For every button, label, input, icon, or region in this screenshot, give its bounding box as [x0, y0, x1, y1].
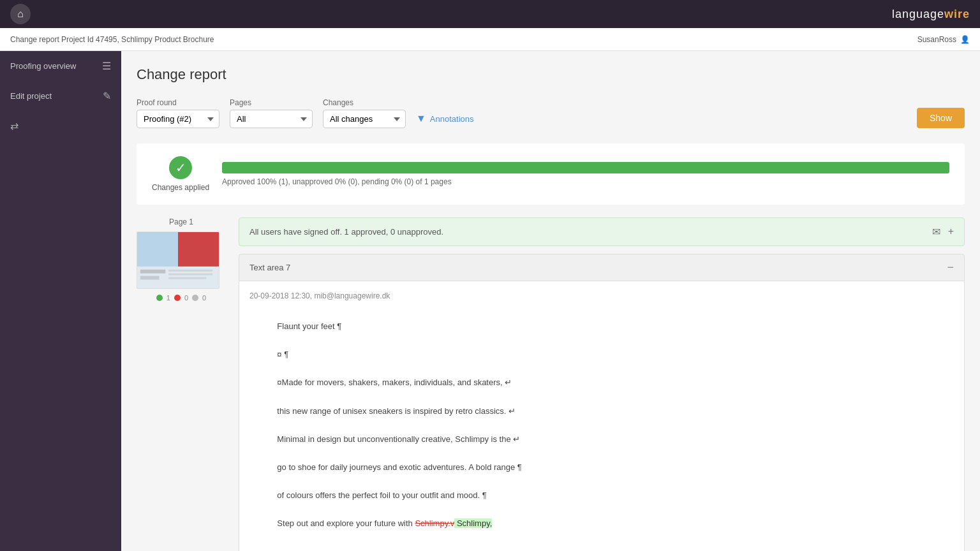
- line-4: this new range of unisex sneakers is ins…: [277, 406, 516, 416]
- line-7: of colours offers the perfect foil to yo…: [277, 490, 486, 500]
- svg-rect-6: [168, 274, 212, 276]
- signed-off-banner: All users have signed off. 1 approved, 0…: [239, 217, 965, 246]
- sidebar-item-edit-project[interactable]: Edit project ✎: [0, 81, 121, 111]
- changes-select[interactable]: All changes: [323, 110, 406, 128]
- breadcrumb-item-2: Project Id 47495, Schlimpy Product Broch…: [61, 35, 214, 44]
- main-content: Change report Proof round Proofing (#2) …: [121, 51, 980, 551]
- dot-unapproved-count: 0: [184, 294, 188, 302]
- change-entry-1: 20-09-2018 12:30, mib@languagewire.dk Fl…: [239, 281, 965, 551]
- filter-icon: ▼: [416, 113, 426, 124]
- sidebar-item-extra[interactable]: ⇄: [0, 111, 121, 141]
- breadcrumb-item-1[interactable]: Change report: [10, 35, 59, 44]
- line-5: Minimal in design but unconventionally c…: [277, 434, 520, 444]
- progress-bar-fill: [222, 162, 949, 173]
- line-3: ¤Made for movers, shakers, makers, indiv…: [277, 378, 512, 387]
- progress-bar-bg: [222, 162, 949, 173]
- line-6: go to shoe for daily journeys and exotic…: [277, 462, 522, 472]
- dot-unapproved: [174, 295, 181, 301]
- page-thumbnail[interactable]: [137, 231, 219, 289]
- svg-rect-1: [137, 232, 178, 267]
- line-1: Flaunt your feet ¶: [277, 321, 341, 331]
- dot-pending: [192, 295, 198, 301]
- sidebar-item-proofing-overview[interactable]: Proofing overview ☰: [0, 51, 121, 81]
- highlight-text-1: Schlimpy,: [454, 518, 492, 528]
- svg-rect-4: [140, 276, 160, 280]
- svg-rect-3: [140, 270, 165, 274]
- text-area-header: Text area 7 −: [239, 254, 965, 281]
- status-check: ✓ Changes applied: [152, 156, 209, 192]
- status-section: ✓ Changes applied Approved 100% (1), una…: [137, 143, 965, 205]
- svg-rect-2: [178, 232, 219, 267]
- change-content-1: Flaunt your feet ¶ ¤ ¶ ¤Made for movers,…: [249, 305, 954, 545]
- proof-round-label: Proof round: [137, 98, 219, 107]
- pages-select[interactable]: All: [230, 110, 313, 128]
- page-title: Change report: [137, 66, 965, 83]
- proof-round-select[interactable]: Proofing (#2): [137, 110, 219, 128]
- svg-rect-7: [168, 277, 206, 279]
- strikethrough-text-1: Schlimpy.v: [415, 518, 454, 528]
- breadcrumb: Change report Project Id 47495, Schlimpy…: [10, 35, 214, 44]
- page-thumbnail-col: Page 1: [137, 217, 226, 551]
- transfer-icon: ⇄: [10, 120, 19, 132]
- dot-approved-count: 1: [167, 294, 170, 302]
- svg-rect-5: [168, 270, 212, 272]
- changes-filter: Changes All changes: [323, 98, 406, 128]
- thumb-dots: 1 0 0: [137, 294, 226, 302]
- thumbnail-image: [137, 232, 219, 288]
- username: SusanRoss: [917, 35, 956, 44]
- proof-round-filter: Proof round Proofing (#2): [137, 98, 219, 128]
- change-meta-1: 20-09-2018 12:30, mib@languagewire.dk: [249, 291, 954, 300]
- user-info: SusanRoss 👤: [917, 35, 970, 44]
- annotations-label: Annotations: [430, 114, 474, 124]
- list-icon: ☰: [102, 60, 111, 72]
- sidebar-label-edit-project: Edit project: [10, 91, 52, 101]
- filter-bar: Proof round Proofing (#2) Pages All Chan…: [137, 98, 965, 128]
- progress-bar-container: Approved 100% (1), unapproved 0% (0), pe…: [222, 162, 949, 186]
- top-nav: ⌂ languagewire: [0, 0, 980, 28]
- pages-label: Pages: [230, 98, 313, 107]
- line-8-before: Step out and explore your future with: [277, 518, 415, 528]
- page-section: Page 1: [137, 217, 965, 551]
- app-logo: languagewire: [892, 8, 970, 21]
- breadcrumb-bar: Change report Project Id 47495, Schlimpy…: [0, 28, 980, 51]
- dot-approved: [156, 295, 163, 301]
- changes-label: Changes: [323, 98, 406, 107]
- page-label: Page 1: [137, 217, 226, 226]
- sidebar-label-proofing-overview: Proofing overview: [10, 61, 76, 71]
- annotations-toggle[interactable]: ▼ Annotations: [416, 109, 474, 128]
- sidebar: Proofing overview ☰ Edit project ✎ ⇄: [0, 51, 121, 551]
- home-button[interactable]: ⌂: [10, 4, 31, 24]
- status-label: Changes applied: [152, 183, 209, 192]
- progress-text: Approved 100% (1), unapproved 0% (0), pe…: [222, 177, 949, 186]
- content-panel: All users have signed off. 1 approved, 0…: [239, 217, 965, 551]
- show-button[interactable]: Show: [917, 108, 965, 128]
- pages-filter: Pages All: [230, 98, 313, 128]
- email-icon[interactable]: ✉: [932, 226, 940, 238]
- edit-icon: ✎: [103, 90, 111, 102]
- check-icon: ✓: [169, 156, 192, 179]
- text-area-label: Text area 7: [249, 263, 290, 272]
- user-icon: 👤: [960, 35, 970, 44]
- collapse-button[interactable]: −: [947, 261, 954, 274]
- add-icon[interactable]: +: [948, 226, 954, 238]
- banner-actions: ✉ +: [932, 226, 954, 238]
- line-2: ¤ ¶: [277, 349, 288, 359]
- signed-off-text: All users have signed off. 1 approved, 0…: [249, 227, 443, 237]
- app-layout: Proofing overview ☰ Edit project ✎ ⇄ Cha…: [0, 51, 980, 551]
- dot-pending-count: 0: [202, 294, 206, 302]
